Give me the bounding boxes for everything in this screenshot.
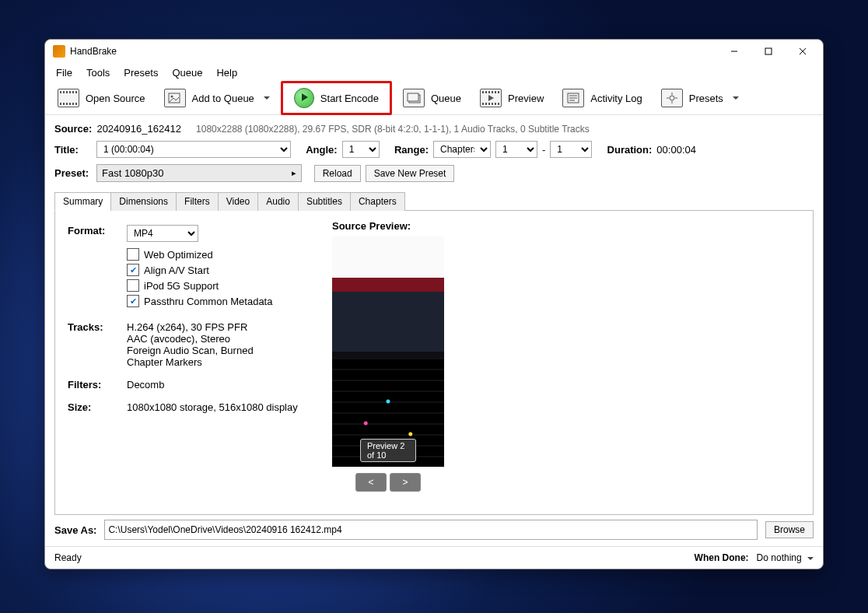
maximize-button[interactable] [751,40,786,63]
source-preview-image: Preview 2 of 10 [332,236,444,467]
activity-log-label: Activity Log [590,93,642,104]
tab-chapters[interactable]: Chapters [350,192,405,211]
preview-button[interactable]: Preview [472,86,551,110]
menu-queue[interactable]: Queue [166,65,208,80]
menu-tools[interactable]: Tools [80,65,116,80]
source-label: Source: [54,123,92,135]
range-separator: - [542,144,545,156]
title-label: Title: [54,144,92,156]
chevron-down-icon [264,96,270,100]
ipod-checkbox[interactable] [127,279,139,292]
statusbar: Ready When Done: Do nothing [45,546,823,569]
range-from-select[interactable]: 1 [495,141,537,158]
size-value: 1080x1080 storage, 516x1080 display [127,401,317,413]
presets-label: Presets [689,93,723,104]
handbrake-window: HandBrake File Tools Presets Queue Help … [44,39,824,569]
svg-marker-8 [488,95,494,101]
menu-presets[interactable]: Presets [117,65,164,80]
save-as-input[interactable] [104,520,758,540]
duration-value: 00:00:04 [656,144,696,156]
minimize-button[interactable] [717,40,751,63]
track-line: H.264 (x264), 30 FPS PFR [127,321,317,333]
tab-audio[interactable]: Audio [257,192,299,211]
titlebar: HandBrake [45,40,823,63]
window-title: HandBrake [70,46,717,57]
filters-value: Decomb [127,379,317,391]
open-source-label: Open Source [86,93,145,104]
preset-value: Fast 1080p30 [102,167,164,179]
filmstrip-icon [58,89,79,107]
tabs: Summary Dimensions Filters Video Audio S… [54,191,814,211]
range-type-select[interactable]: Chapters [433,141,491,158]
duration-label: Duration: [607,144,653,156]
add-to-queue-label: Add to Queue [192,93,254,104]
save-as-label: Save As: [54,524,96,536]
preview-badge: Preview 2 of 10 [360,439,416,462]
format-label: Format: [68,225,127,310]
menu-file[interactable]: File [50,65,79,80]
summary-panel: Format: MP4 Web Optimized ✔ Align A/V St… [54,211,814,515]
play-icon [294,88,314,108]
preset-select[interactable]: Fast 1080p30 ▸ [96,164,302,182]
menubar: File Tools Presets Queue Help [45,63,823,82]
start-encode-button[interactable]: Start Encode [286,85,387,111]
track-line: Foreign Audio Scan, Burned [127,345,317,356]
tracks-label: Tracks: [68,321,127,368]
track-line: AAC (avcodec), Stereo [127,333,317,345]
preview-next-button[interactable]: > [390,473,421,492]
web-optimized-checkbox[interactable] [127,248,139,261]
passthru-label: Passthru Common Metadata [144,296,272,307]
when-done-label: When Done: [695,552,749,563]
tab-dimensions[interactable]: Dimensions [110,192,177,211]
svg-rect-1 [765,48,772,54]
save-new-preset-button[interactable]: Save New Preset [366,165,455,182]
angle-select[interactable]: 1 [342,141,380,158]
queue-icon [403,89,425,107]
svg-rect-7 [408,93,418,101]
image-plus-icon [164,89,186,107]
angle-label: Angle: [306,144,337,156]
tab-subtitles[interactable]: Subtitles [298,192,351,211]
range-to-select[interactable]: 1 [550,141,592,158]
presets-button[interactable]: Presets [653,86,747,110]
tab-filters[interactable]: Filters [176,192,219,211]
align-av-checkbox[interactable]: ✔ [127,264,139,276]
app-icon [53,45,65,58]
preview-prev-button[interactable]: < [355,473,387,492]
tab-summary[interactable]: Summary [54,192,111,211]
size-label: Size: [68,401,127,413]
svg-point-5 [170,96,173,98]
toolbar: Open Source Add to Queue Start Encode Qu… [45,82,823,115]
range-label: Range: [394,144,429,156]
open-source-button[interactable]: Open Source [50,86,153,110]
browse-button[interactable]: Browse [765,521,814,538]
preview-label: Preview [508,93,544,104]
queue-button[interactable]: Queue [395,86,469,110]
status-text: Ready [54,552,82,563]
chevron-down-icon [807,557,814,560]
source-details: 1080x2288 (1080x2288), 29.67 FPS, SDR (8… [196,124,590,135]
title-select[interactable]: 1 (00:00:04) [96,141,291,158]
when-done-select[interactable]: Do nothing [757,552,814,563]
log-icon [562,89,584,107]
tab-video[interactable]: Video [218,192,258,211]
chevron-down-icon [733,96,739,100]
source-name: 20240916_162412 [96,123,180,135]
reload-button[interactable]: Reload [314,165,361,182]
source-preview-label: Source Preview: [332,220,800,232]
add-to-queue-button[interactable]: Add to Queue [156,86,278,110]
filters-label: Filters: [68,379,127,391]
gear-icon [661,89,683,107]
menu-help[interactable]: Help [210,65,243,80]
activity-log-button[interactable]: Activity Log [555,86,649,110]
start-encode-highlight: Start Encode [281,81,392,115]
preset-label: Preset: [54,167,92,179]
ipod-label: iPod 5G Support [144,280,219,292]
passthru-checkbox[interactable]: ✔ [127,295,139,307]
svg-point-13 [670,96,674,100]
track-line: Chapter Markers [127,356,317,368]
queue-label: Queue [431,93,461,104]
close-button[interactable] [786,40,820,63]
format-select[interactable]: MP4 [127,225,198,242]
start-encode-label: Start Encode [320,93,379,104]
